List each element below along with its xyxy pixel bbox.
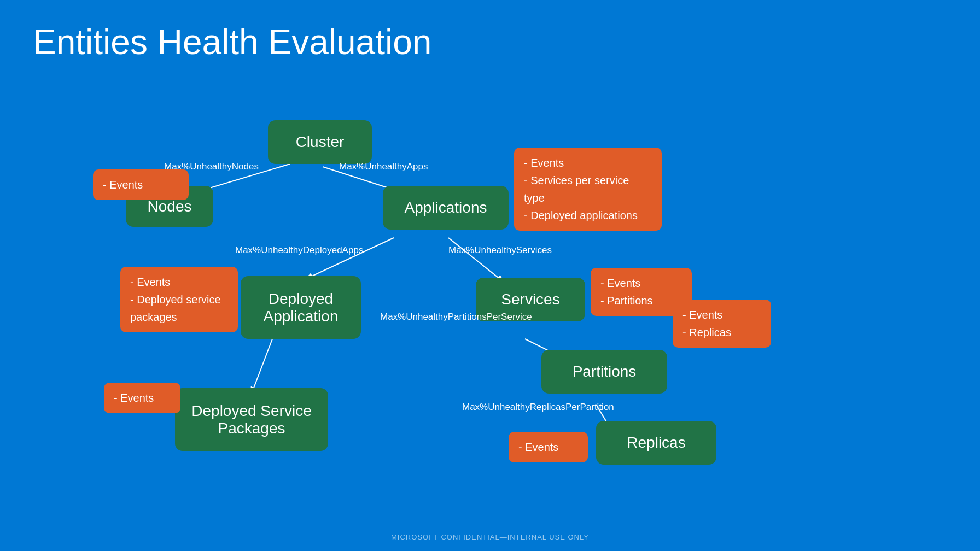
partitions-events-box: Events Replicas (673, 300, 771, 348)
partitions-events-list: Events Replicas (682, 306, 761, 341)
services-events-list: Events Partitions (600, 274, 682, 309)
cluster-node: Cluster (268, 120, 372, 164)
page-title: Entities Health Evaluation (33, 22, 431, 62)
applications-events-box: Events Services per service type Deploye… (514, 148, 662, 231)
svc-events-item-1: Events (600, 274, 682, 292)
da-events-item-2: Deployed service packages (130, 291, 228, 326)
max-unhealthy-deployed-apps-label: Max%UnhealthyDeployedApps (235, 245, 363, 256)
nodes-events-list: Events (103, 176, 179, 194)
svc-events-item-2: Partitions (600, 292, 682, 309)
max-unhealthy-services-label: Max%UnhealthyServices (448, 245, 552, 256)
deployed-application-node: Deployed Application (241, 276, 361, 339)
max-unhealthy-replicas-label: Max%UnhealthyReplicasPerPartition (462, 402, 614, 413)
replicas-events-box: Events (509, 432, 588, 462)
deployed-app-events-box: Events Deployed service packages (120, 267, 238, 332)
app-events-item-1: Events (524, 154, 652, 172)
app-events-item-2: Services per service type (524, 172, 652, 207)
nodes-events-item-1: Events (103, 176, 179, 194)
deployed-service-packages-node: Deployed Service Packages (175, 388, 328, 451)
app-events-item-3: Deployed applications (524, 207, 652, 224)
replicas-node: Replicas (596, 421, 716, 465)
da-events-item-1: Events (130, 273, 228, 291)
deployed-app-events-list: Events Deployed service packages (130, 273, 228, 326)
part-events-item-1: Events (682, 306, 761, 324)
max-unhealthy-nodes-label: Max%UnhealthyNodes (164, 161, 259, 172)
max-unhealthy-partitions-label: Max%UnhealthyPartitionsPerService (380, 312, 532, 323)
part-events-item-2: Replicas (682, 324, 761, 341)
applications-events-list: Events Services per service type Deploye… (524, 154, 652, 224)
partitions-node: Partitions (541, 350, 667, 394)
dsp-events-box: Events (104, 383, 180, 413)
applications-to-services-line (448, 238, 503, 282)
dsp-events-list: Events (114, 389, 171, 407)
deployed-app-to-dsp-line (252, 336, 273, 394)
footer-text: MICROSOFT CONFIDENTIAL—INTERNAL USE ONLY (391, 533, 589, 541)
applications-node: Applications (383, 186, 509, 230)
max-unhealthy-apps-label: Max%UnhealthyApps (339, 161, 428, 172)
replicas-events-list: Events (518, 438, 578, 456)
applications-to-deployed-app-line (306, 238, 394, 279)
rep-events-item-1: Events (518, 438, 578, 456)
nodes-events-box: Events (93, 169, 189, 200)
dsp-events-item-1: Events (114, 389, 171, 407)
